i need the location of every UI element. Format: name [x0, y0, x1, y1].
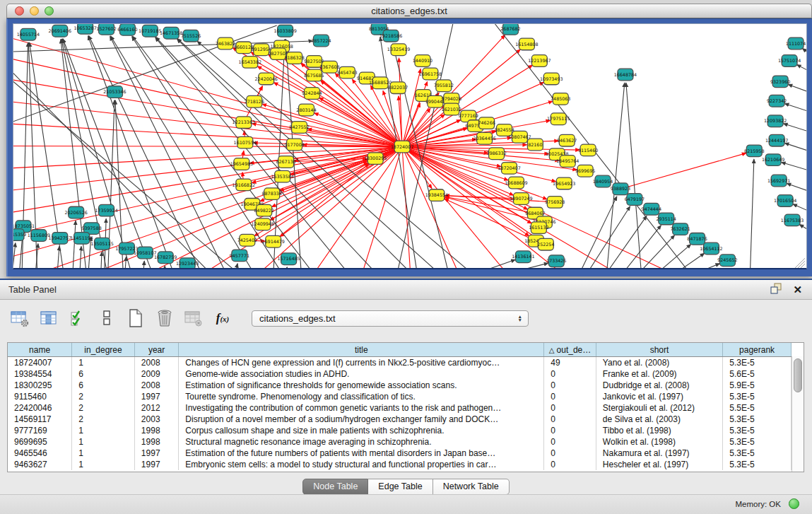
graph-node[interactable]: 8675685 [304, 69, 324, 81]
graph-node[interactable]: 9457771 [230, 250, 249, 262]
graph-node[interactable]: 9177004 [284, 139, 304, 151]
table-row[interactable]: 911546021997Tourette syndrome. Phenomeno… [8, 391, 792, 402]
table-row[interactable]: 1830029562008Estimation of significance … [8, 380, 792, 391]
graph-node[interactable]: 8471876 [687, 233, 707, 245]
graph-node[interactable]: 8498222 [254, 204, 274, 216]
graph-node[interactable]: 7857224 [311, 35, 331, 47]
tab-node-table[interactable]: Node Table [302, 479, 368, 495]
graph-node[interactable]: 9115460 [578, 144, 598, 156]
graph-node[interactable]: 1840954 [593, 175, 613, 187]
column-header-out_de[interactable]: △out_de… [544, 343, 596, 357]
graph-node[interactable]: 9245652 [717, 255, 737, 267]
graph-node[interactable]: 10719185 [139, 25, 161, 37]
graph-node[interactable]: 2687682 [500, 24, 520, 35]
graph-node[interactable]: 10653287 [73, 24, 96, 34]
graph-node[interactable]: 7485063 [551, 93, 570, 105]
graph-node[interactable]: 18907249 [510, 193, 532, 205]
graph-node[interactable]: 14055714 [17, 28, 40, 40]
delete-table-icon[interactable] [155, 308, 175, 328]
scrollbar-thumb[interactable] [794, 358, 802, 392]
graph-node[interactable]: 8215958 [744, 145, 764, 157]
column-header-year[interactable]: year [134, 343, 178, 357]
graph-node[interactable]: 11675383 [781, 214, 804, 226]
select-columns-icon[interactable] [68, 308, 88, 328]
graph-node[interactable]: 16154808 [515, 38, 538, 50]
table-row[interactable]: 977716911998Corpus callosum shape and si… [8, 425, 792, 436]
graph-node[interactable]: 9388923 [611, 183, 630, 195]
graph-node[interactable]: 13942757 [49, 233, 71, 245]
column-header-pagerank[interactable]: pagerank [723, 343, 792, 357]
graph-node[interactable]: 16782759 [154, 252, 177, 264]
graph-node[interactable]: 8267130 [276, 156, 295, 168]
graph-node[interactable]: 9242844 [302, 88, 322, 100]
graph-node[interactable]: 7515526 [181, 30, 201, 42]
import-table-icon[interactable] [184, 308, 204, 328]
graph-node[interactable]: 8186328 [284, 52, 304, 64]
table-selector-dropdown[interactable]: citations_edges.txt ▲▼ [252, 310, 529, 327]
graph-node[interactable]: 13505115 [90, 238, 113, 250]
table-row[interactable]: 1938455462009Genome-wide association stu… [8, 368, 792, 380]
graph-node[interactable]: 10688609 [505, 177, 527, 189]
graph-node[interactable]: 6479197 [625, 194, 645, 206]
graph-node[interactable]: 8822037 [388, 82, 408, 94]
graph-node[interactable]: 10973493 [540, 73, 563, 85]
column-header-short[interactable]: short [596, 343, 722, 357]
table-settings-icon[interactable] [10, 308, 30, 328]
graph-node[interactable]: 9227342 [767, 95, 787, 107]
column-header-name[interactable]: name [8, 343, 72, 357]
graph-node[interactable]: 16914479 [261, 235, 284, 247]
float-panel-icon[interactable] [770, 283, 782, 297]
tab-edge-table[interactable]: Edge Table [368, 479, 433, 495]
graph-node[interactable]: 20691406 [49, 25, 71, 37]
network-canvas[interactable]: 1405571420691406106532871527602646616010… [13, 23, 807, 269]
graph-node[interactable]: 9474444 [642, 203, 661, 215]
graph-node[interactable]: 7955812 [434, 80, 454, 92]
table-row[interactable]: 1872400712008Changes of HCN gene express… [8, 357, 792, 369]
graph-node[interactable]: 8878334 [262, 188, 282, 200]
graph-node[interactable]: 746266 [478, 117, 495, 129]
graph-node[interactable]: 15353584 [271, 170, 293, 182]
graph-node[interactable]: 2935114 [657, 213, 676, 225]
format-columns-icon[interactable] [39, 308, 59, 328]
graph-node[interactable]: 1615132 [529, 222, 548, 234]
graph-node[interactable]: 14136141 [512, 251, 534, 263]
graph-node[interactable]: 9323960 [770, 76, 790, 88]
function-builder-icon[interactable]: f(x) [213, 308, 233, 328]
column-header-in_degree[interactable]: in_degree [72, 343, 135, 357]
graph-node[interactable]: 1111074 [786, 37, 806, 49]
graph-node[interactable]: 82160 [527, 139, 543, 151]
graph-node[interactable]: 9463627 [557, 134, 577, 146]
graph-node[interactable]: 7425402 [237, 234, 257, 246]
graph-node[interactable]: 9699695 [575, 165, 595, 177]
graph-node[interactable]: 1440910 [413, 55, 433, 67]
window-titlebar[interactable]: citations_edges.txt [6, 4, 812, 18]
graph-node[interactable]: 12213967 [528, 55, 551, 67]
graph-node[interactable]: 14671358 [160, 27, 182, 39]
network-graph[interactable]: 1405571420691406106532871527602646616010… [13, 24, 806, 268]
graph-node[interactable]: 7463822 [216, 37, 235, 49]
resize-grip-icon[interactable] [795, 258, 805, 268]
graph-node[interactable]: 16648784 [614, 69, 637, 81]
graph-node[interactable]: 2718126 [245, 95, 264, 107]
graph-node[interactable]: 13325419 [387, 44, 410, 56]
graph-node[interactable]: 18720407 [498, 163, 520, 175]
create-table-icon[interactable] [126, 308, 146, 328]
graph-node[interactable]: 15716485 [277, 253, 300, 265]
graph-node[interactable]: 19654923 [553, 177, 575, 189]
graph-node[interactable]: 16210649 [762, 154, 784, 166]
graph-node[interactable]: 12444197 [765, 134, 788, 146]
graph-node[interactable]: 12923443 [176, 258, 199, 268]
graph-node[interactable]: 16033809 [273, 25, 296, 37]
close-panel-icon[interactable]: ✕ [793, 284, 802, 296]
graph-node[interactable]: 252254 [537, 238, 554, 250]
table-row[interactable]: 946362711997Embryonic stem cells: a mode… [8, 459, 792, 470]
table-vertical-scrollbar[interactable] [792, 356, 804, 472]
table-row[interactable]: 1456911722003Disruption of a novel membe… [8, 414, 792, 425]
graph-node[interactable]: 1733426 [546, 255, 566, 267]
table-row[interactable]: 946554611997Estimation of the future num… [8, 448, 792, 459]
merge-tables-icon[interactable] [97, 308, 117, 328]
table-row[interactable]: 2242004622012Investigating the contribut… [8, 402, 792, 414]
graph-node[interactable]: 17016504 [774, 195, 796, 207]
graph-node[interactable]: 6466160 [117, 24, 137, 35]
tab-network-table[interactable]: Network Table [433, 479, 510, 495]
